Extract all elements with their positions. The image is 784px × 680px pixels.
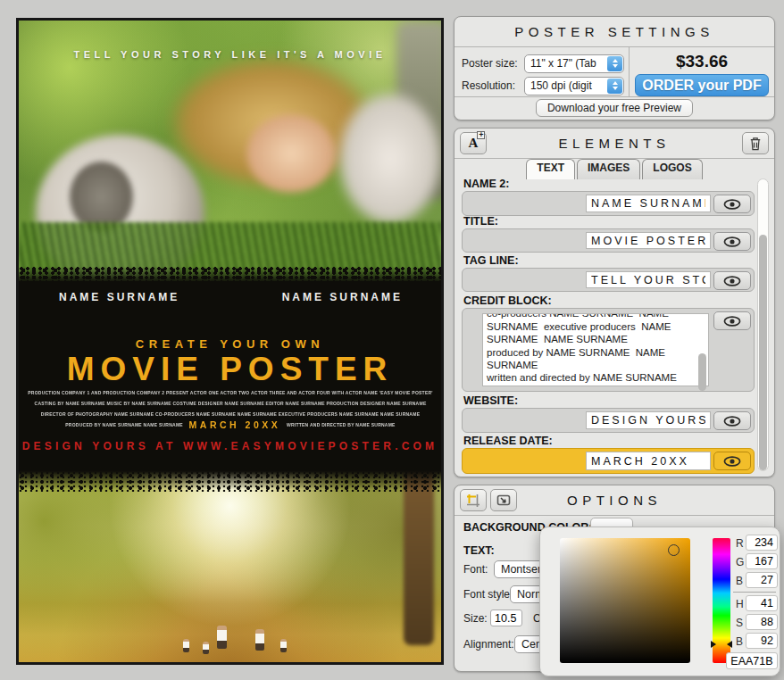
field-label-name2: NAME 2: bbox=[463, 178, 509, 190]
family-figure bbox=[280, 639, 287, 652]
tab-logos[interactable]: LOGOS bbox=[642, 159, 702, 179]
field-row-website bbox=[462, 408, 755, 433]
family-figure bbox=[203, 642, 209, 654]
poster-credit-block-layer[interactable]: PRODUCTION COMPANY 1 AND PRODUCTION COMP… bbox=[19, 387, 441, 430]
brightness-input[interactable] bbox=[746, 633, 778, 649]
field-label-releasedate: RELEASE DATE: bbox=[463, 435, 553, 447]
tagline-input[interactable] bbox=[586, 271, 711, 288]
red-label: R bbox=[736, 537, 744, 550]
poster-settings-panel: POSTER SETTINGS Poster size: 11" x 17" (… bbox=[454, 16, 775, 120]
elements-header: A+ ELEMENTS bbox=[455, 129, 774, 159]
price-text: $33.66 bbox=[676, 52, 728, 71]
visibility-toggle[interactable] bbox=[713, 452, 751, 470]
grunge-transition-top bbox=[19, 267, 441, 286]
margins-icon bbox=[466, 493, 480, 508]
visibility-toggle[interactable] bbox=[713, 271, 751, 290]
visibility-toggle[interactable] bbox=[713, 311, 751, 330]
elements-scrollbar-thumb[interactable] bbox=[759, 235, 767, 470]
hue-input[interactable] bbox=[746, 595, 778, 611]
add-text-button[interactable]: A+ bbox=[460, 132, 487, 154]
poster-release-date-layer[interactable]: MARCH 20XX bbox=[184, 419, 285, 430]
elements-title: ELEMENTS bbox=[559, 136, 671, 151]
family-figure bbox=[183, 639, 189, 652]
poster-settings-right: $33.66 ORDER your PDF bbox=[630, 47, 774, 96]
add-text-icon: A+ bbox=[469, 136, 479, 151]
field-row-creditblock: director of photography NAME SURNAME co-… bbox=[462, 308, 755, 392]
blue-input[interactable] bbox=[746, 572, 778, 588]
size-label: Size: bbox=[463, 612, 488, 625]
order-pdf-button[interactable]: ORDER your PDF bbox=[635, 74, 769, 96]
eye-icon bbox=[722, 199, 742, 210]
poster-settings-left: Poster size: 11" x 17" (Tab Resolution: … bbox=[455, 47, 630, 96]
field-label-title: TITLE: bbox=[463, 215, 498, 228]
eye-icon bbox=[722, 456, 742, 467]
eye-icon bbox=[722, 416, 742, 427]
visibility-toggle[interactable] bbox=[713, 195, 751, 213]
tab-text[interactable]: TEXT bbox=[526, 159, 575, 179]
poster-name-left-layer[interactable]: NAME SURNAME bbox=[59, 291, 179, 303]
transform-tool-button[interactable] bbox=[490, 489, 517, 511]
poster-settings-title: POSTER SETTINGS bbox=[455, 17, 774, 47]
poster-title-layer[interactable]: MOVIE POSTER bbox=[19, 351, 441, 388]
elements-panel: A+ ELEMENTS TEXT IMAGES LOGOS NAME 2: TI… bbox=[454, 128, 775, 477]
green-input[interactable] bbox=[746, 553, 778, 569]
size-input[interactable] bbox=[490, 610, 522, 626]
poster-canvas[interactable]: TELL YOUR STORY LIKE IT'S A MOVIE NAME S… bbox=[16, 18, 444, 665]
tab-images[interactable]: IMAGES bbox=[577, 159, 640, 179]
girl-face-shape bbox=[246, 114, 335, 193]
website-input[interactable] bbox=[586, 411, 711, 429]
download-preview-button[interactable]: Download your free Preview bbox=[536, 99, 693, 117]
poster-size-select[interactable]: 11" x 17" (Tab bbox=[524, 54, 624, 73]
family-figure bbox=[255, 629, 264, 651]
poster-kicker-layer[interactable]: CREATE YOUR OWN bbox=[19, 337, 441, 351]
stepper-icon[interactable] bbox=[607, 56, 622, 71]
field-row-title bbox=[462, 228, 755, 253]
delete-element-button[interactable] bbox=[742, 132, 769, 154]
font-style-label: Font style: bbox=[463, 588, 513, 601]
transform-tool-icon bbox=[496, 493, 511, 508]
credit-block-textarea[interactable]: director of photography NAME SURNAME co-… bbox=[482, 313, 709, 386]
stepper-icon[interactable] bbox=[607, 79, 622, 94]
field-row-tagline bbox=[462, 268, 755, 292]
elements-tabs: TEXT IMAGES LOGOS bbox=[455, 159, 774, 179]
saturation-label: S bbox=[736, 617, 743, 629]
hue-marker-left-icon[interactable] bbox=[711, 641, 716, 648]
saturation-brightness-area[interactable] bbox=[560, 538, 690, 663]
margins-tool-button[interactable] bbox=[460, 489, 487, 511]
credit-line: PRODUCED BY NAME SURNAME NAME SURNAME MA… bbox=[19, 422, 441, 427]
font-label: Font: bbox=[463, 563, 488, 576]
hex-input[interactable] bbox=[726, 652, 778, 669]
hue-marker-right-icon[interactable] bbox=[727, 641, 732, 648]
bottom-photo-layer[interactable] bbox=[19, 467, 441, 662]
hue-slider[interactable] bbox=[713, 538, 730, 663]
saturation-input[interactable] bbox=[746, 614, 778, 630]
options-header: OPTIONS bbox=[455, 485, 774, 516]
cat-face-shape bbox=[70, 162, 133, 232]
text-section-label: TEXT: bbox=[463, 544, 495, 557]
poster-size-label: Poster size: bbox=[462, 57, 524, 70]
red-input[interactable] bbox=[746, 535, 778, 551]
credit-line: PRODUCTION COMPANY 1 AND PRODUCTION COMP… bbox=[19, 390, 441, 395]
visibility-toggle[interactable] bbox=[713, 411, 751, 430]
poster-name-right-layer[interactable]: NAME SURNAME bbox=[282, 291, 403, 303]
tree-trunk-shape bbox=[404, 467, 434, 645]
eye-icon bbox=[722, 276, 742, 286]
credit-line: CASTING BY NAME SURNAME MUSIC BY NAME SU… bbox=[19, 401, 441, 406]
field-label-creditblock: CREDIT BLOCK: bbox=[463, 294, 552, 307]
field-row-releasedate-selected bbox=[462, 448, 755, 474]
visibility-toggle[interactable] bbox=[713, 232, 751, 251]
poster-website-layer[interactable]: DESIGN YOURS AT WWW.EASYMOVIEPOSTER.COM bbox=[19, 440, 441, 452]
poster-names-row: NAME SURNAME NAME SURNAME bbox=[19, 291, 441, 305]
girl-shirt-shape bbox=[339, 94, 441, 224]
release-date-input[interactable] bbox=[586, 452, 711, 470]
poster-tagline-layer[interactable]: TELL YOUR STORY LIKE IT'S A MOVIE bbox=[19, 49, 441, 60]
color-selection-marker[interactable] bbox=[668, 544, 680, 556]
eye-icon bbox=[722, 316, 742, 327]
resolution-select[interactable]: 150 dpi (digit bbox=[524, 77, 624, 95]
title-input[interactable] bbox=[586, 232, 711, 249]
textarea-scrollbar-thumb[interactable] bbox=[698, 353, 706, 391]
name2-input[interactable] bbox=[586, 195, 711, 212]
elements-scrollbar-track[interactable] bbox=[757, 178, 769, 471]
hue-label: H bbox=[736, 598, 744, 610]
alignment-label: Alignment: bbox=[463, 638, 514, 651]
